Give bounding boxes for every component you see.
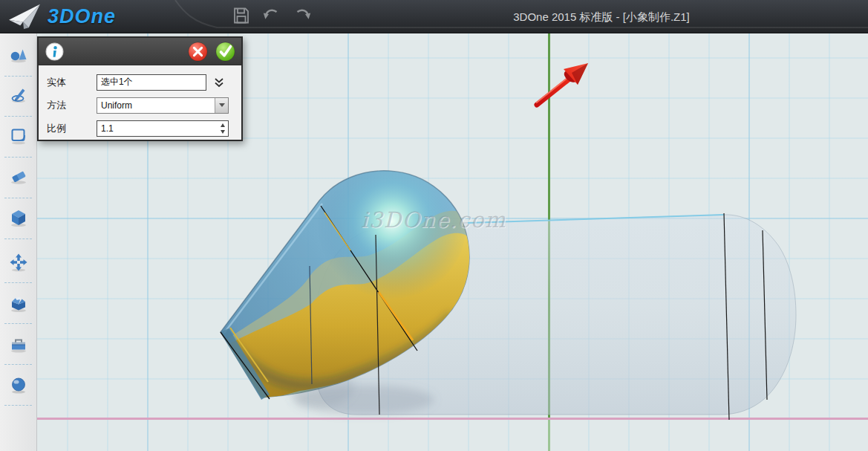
method-label: 方法 (47, 99, 97, 112)
ratio-input[interactable] (97, 120, 229, 137)
solid-cube-icon[interactable] (9, 208, 28, 227)
ratio-label: 比例 (47, 122, 97, 135)
window-title: 3DOne 2015 标准版 - [小象制作.Z1] (490, 0, 713, 33)
entity-row: 实体 (39, 71, 241, 94)
sidebar-divider (4, 282, 32, 283)
method-row: 方法 Uniform (39, 94, 241, 117)
scale-dialog: 实体 方法 Uniform 比例 (37, 36, 243, 141)
sidebar-divider (4, 76, 32, 77)
info-icon[interactable] (45, 42, 64, 61)
primitives-icon[interactable] (9, 45, 28, 64)
eraser-icon[interactable] (9, 166, 28, 186)
render-sphere-icon[interactable] (9, 375, 28, 395)
sidebar-divider (4, 116, 32, 117)
move-icon[interactable] (9, 253, 28, 272)
paper-plane-icon (7, 2, 42, 30)
spinner-down-icon[interactable] (221, 130, 225, 134)
title-bar: 3DOne 3DOne 2015 标准版 - [小象制作.Z1] (0, 0, 868, 33)
entity-label: 实体 (47, 76, 97, 89)
redo-icon[interactable] (293, 6, 313, 25)
sidebar-divider (4, 239, 32, 239)
scale-direction-arrow[interactable] (536, 63, 588, 105)
watermark: i3DOne.com i3DOne.com (361, 207, 507, 233)
expand-chevron-icon[interactable] (213, 77, 225, 88)
sidebar-divider (4, 323, 32, 324)
undo-icon[interactable] (261, 6, 281, 25)
svg-text:i3DOne.com: i3DOne.com (361, 207, 506, 233)
ratio-row: 比例 (39, 117, 241, 140)
sidebar-divider (4, 157, 32, 158)
special-box-icon[interactable] (9, 293, 28, 313)
app-logo: 3DOne (7, 2, 116, 30)
spinner-up-icon[interactable] (221, 123, 225, 127)
method-dropdown[interactable]: Uniform (97, 97, 229, 114)
confirm-icon[interactable] (215, 42, 235, 62)
method-dropdown-value: Uniform (97, 98, 215, 113)
cancel-icon[interactable] (188, 42, 208, 62)
ratio-spinner (97, 120, 229, 137)
save-icon[interactable] (232, 6, 251, 25)
sketch-icon[interactable] (9, 85, 28, 105)
logo-text: 3DOne (48, 5, 116, 28)
sidebar-divider (4, 198, 32, 198)
dropdown-arrow-icon[interactable] (215, 98, 228, 113)
scale-dialog-header (39, 38, 241, 65)
tool-sidebar (0, 33, 37, 451)
topbar-seam-decoration (0, 0, 868, 33)
sidebar-divider (4, 405, 32, 406)
surface-icon[interactable] (9, 126, 28, 146)
spinner-arrows (221, 123, 225, 134)
toolbox-icon[interactable] (9, 334, 28, 354)
scale-dialog-body: 实体 方法 Uniform 比例 (39, 65, 241, 140)
sidebar-divider (4, 364, 32, 365)
entity-input[interactable] (97, 74, 206, 91)
